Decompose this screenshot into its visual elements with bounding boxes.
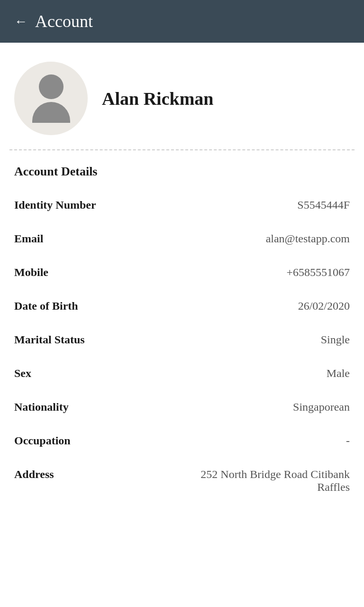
account-details-section: Account Details Identity NumberS5545444F… (0, 150, 364, 514)
detail-rows: Identity NumberS5545444FEmailalan@testap… (14, 188, 350, 504)
detail-label: Identity Number (14, 199, 96, 212)
detail-label: Date of Birth (14, 300, 78, 313)
table-row: Mobile+6585551067 (14, 256, 350, 289)
detail-label: Address (14, 468, 54, 481)
detail-value: +6585551067 (286, 266, 350, 279)
avatar-head (39, 74, 64, 99)
table-row: Occupation- (14, 424, 350, 458)
detail-label: Marital Status (14, 333, 85, 346)
detail-value: Male (327, 367, 350, 380)
user-name: Alan Rickman (102, 88, 213, 109)
table-row: Identity NumberS5545444F (14, 188, 350, 222)
avatar-person-icon (32, 74, 70, 123)
detail-label: Email (14, 232, 43, 245)
table-row: Date of Birth26/02/2020 (14, 289, 350, 323)
avatar (14, 62, 88, 135)
detail-value: Single (321, 333, 350, 346)
detail-value: 252 North Bridge Road Citibank Raffles (165, 468, 350, 494)
detail-label: Occupation (14, 434, 71, 447)
table-row: SexMale (14, 357, 350, 390)
detail-value: 26/02/2020 (298, 300, 350, 313)
section-title: Account Details (14, 165, 350, 179)
detail-value: S5545444F (297, 199, 350, 212)
table-row: Address252 North Bridge Road Citibank Ra… (14, 458, 350, 504)
table-row: Marital StatusSingle (14, 323, 350, 357)
page-title: Account (35, 11, 93, 31)
detail-value: Singaporean (293, 401, 350, 414)
avatar-body (32, 102, 70, 123)
back-icon[interactable]: ← (14, 15, 27, 28)
header: ← Account (0, 0, 364, 43)
detail-label: Mobile (14, 266, 48, 279)
table-row: Emailalan@testapp.com (14, 222, 350, 256)
detail-label: Sex (14, 367, 31, 380)
detail-value: - (346, 434, 350, 447)
detail-value: alan@testapp.com (266, 232, 350, 245)
profile-section: Alan Rickman (0, 43, 364, 149)
detail-label: Nationality (14, 401, 69, 414)
table-row: NationalitySingaporean (14, 390, 350, 424)
